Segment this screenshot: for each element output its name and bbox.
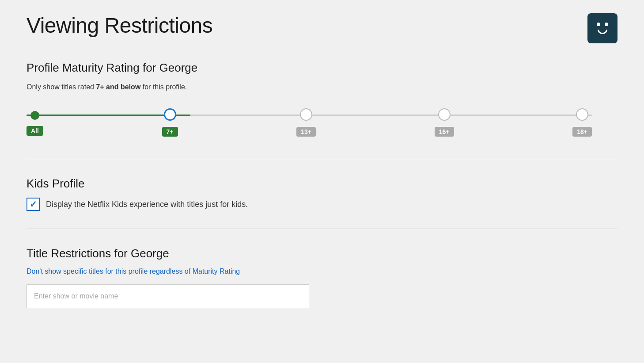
avatar-eyes [597, 23, 608, 26]
slider-label-18: 18+ [572, 127, 592, 137]
avatar-face [597, 23, 608, 34]
avatar[interactable] [587, 13, 617, 43]
kids-checkbox-row: ✓ Display the Netflix Kids experience wi… [27, 198, 617, 211]
slider-label-16: 16+ [435, 127, 454, 137]
divider-1 [27, 159, 617, 159]
slider-circle-all[interactable] [30, 111, 39, 120]
kids-profile-section: Kids Profile ✓ Display the Netflix Kids … [27, 177, 617, 211]
avatar-smile-icon [598, 30, 607, 34]
maturity-slider[interactable]: All 7+ 13+ 16+ 18+ [27, 106, 592, 141]
slider-label-13: 13+ [296, 127, 316, 137]
kids-checkbox-label: Display the Netflix Kids experience with… [46, 200, 248, 209]
slider-point-all[interactable]: All [27, 107, 43, 136]
maturity-desc-suffix: for this profile. [140, 83, 187, 91]
slider-point-13[interactable]: 13+ [296, 106, 316, 137]
title-restrictions-subtitle: Don't show specific titles for this prof… [27, 267, 617, 275]
title-search-input[interactable] [27, 284, 309, 308]
maturity-desc-bold: 7+ and below [96, 83, 140, 91]
divider-2 [27, 229, 617, 229]
maturity-description: Only show titles rated 7+ and below for … [27, 82, 617, 92]
slider-circle-18[interactable] [576, 108, 588, 121]
avatar-eye-right [605, 23, 608, 26]
slider-point-7[interactable]: 7+ [162, 106, 178, 137]
slider-label-all: All [27, 126, 43, 136]
slider-circle-13[interactable] [300, 108, 312, 121]
checkmark-icon: ✓ [30, 200, 37, 209]
maturity-section-title: Profile Maturity Rating for George [27, 61, 617, 75]
maturity-rating-section: Profile Maturity Rating for George Only … [27, 61, 617, 141]
slider-circle-7[interactable] [164, 108, 176, 121]
slider-label-7: 7+ [162, 127, 178, 137]
avatar-eye-left [597, 23, 600, 26]
kids-section-title: Kids Profile [27, 177, 617, 191]
slider-points-row: All 7+ 13+ 16+ 18+ [27, 106, 592, 137]
title-restrictions-title: Title Restrictions for George [27, 247, 617, 260]
title-restrictions-section: Title Restrictions for George Don't show… [27, 247, 617, 308]
kids-checkbox[interactable]: ✓ [27, 198, 40, 211]
slider-point-16[interactable]: 16+ [435, 106, 454, 137]
page-title: Viewing Restrictions [27, 13, 212, 38]
maturity-desc-prefix: Only show titles rated [27, 83, 96, 91]
slider-circle-16[interactable] [438, 108, 451, 121]
slider-point-18[interactable]: 18+ [572, 106, 592, 137]
